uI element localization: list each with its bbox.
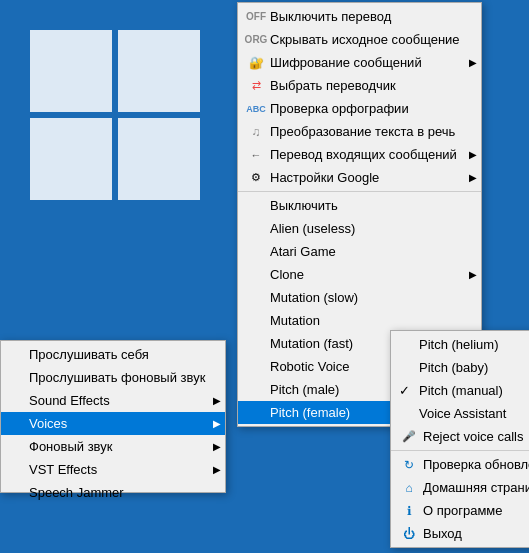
label-about: О программе: [423, 503, 503, 518]
abc-icon: ABC: [246, 104, 266, 114]
label-pitch-helium: Pitch (helium): [419, 337, 498, 352]
menu-item-voices[interactable]: Voices ▶: [1, 412, 225, 435]
arrow-voices: ▶: [213, 418, 221, 429]
label-google-settings: Настройки Google: [270, 170, 379, 185]
label-listen-self: Прослушивать себя: [29, 347, 149, 362]
win-tile-tr: [118, 30, 200, 112]
icon-reject-calls: 🎤: [399, 430, 419, 443]
menu-item-home-page[interactable]: ⌂ Домашняя страница: [391, 476, 529, 499]
icon-tts: ♫: [246, 125, 266, 139]
icon-google-settings: ⚙: [246, 171, 266, 184]
label-spellcheck: Проверка орфографии: [270, 101, 409, 116]
arrow-cipher: ▶: [469, 57, 477, 68]
menu-item-incoming-translate[interactable]: ← Перевод входящих сообщений ▶: [238, 143, 481, 166]
power-icon: ⏻: [403, 527, 415, 541]
menu-item-voice-assistant[interactable]: Voice Assistant: [391, 402, 529, 425]
arrow-vst-effects: ▶: [213, 464, 221, 475]
menu-item-cipher[interactable]: 🔐 Шифрование сообщений ▶: [238, 51, 481, 74]
label-listen-bg: Прослушивать фоновый звук: [29, 370, 205, 385]
icon-area-org: ORG: [246, 34, 266, 45]
icon-home-page: ⌂: [399, 481, 419, 495]
menu-item-spellcheck[interactable]: ABC Проверка орфографии: [238, 97, 481, 120]
menu-item-tts[interactable]: ♫ Преобразование текста в речь: [238, 120, 481, 143]
menu-item-pitch-manual[interactable]: ✓ Pitch (manual): [391, 379, 529, 402]
label-choose-translator: Выбрать переводчик: [270, 78, 396, 93]
translate-arrows-icon: ⇄: [252, 79, 261, 92]
home-icon: ⌂: [405, 481, 412, 495]
menu-item-choose-translator[interactable]: ⇄ Выбрать переводчик: [238, 74, 481, 97]
icon-about: ℹ: [399, 504, 419, 518]
menu-item-exit[interactable]: ⏻ Выход: [391, 522, 529, 545]
separator-1: [238, 191, 481, 192]
windows-logo: [30, 30, 200, 200]
label-turn-off: Выключить: [270, 198, 338, 213]
voices-submenu: Pitch (helium) Pitch (baby) ✓ Pitch (man…: [390, 330, 529, 548]
label-pitch-manual: Pitch (manual): [419, 383, 503, 398]
icon-cipher: 🔐: [246, 56, 266, 70]
menu-item-vst-effects[interactable]: VST Effects ▶: [1, 458, 225, 481]
icon-translate: ⇄: [246, 79, 266, 92]
label-hide-original: Скрывать исходное сообщение: [270, 32, 460, 47]
menu-item-about[interactable]: ℹ О программе: [391, 499, 529, 522]
separator-2: [391, 450, 529, 451]
menu-item-speech-jammer[interactable]: Speech Jammer: [1, 481, 225, 504]
menu-item-google-settings[interactable]: ⚙ Настройки Google ▶: [238, 166, 481, 189]
label-pitch-male: Pitch (male): [270, 382, 339, 397]
icon-check-updates: ↻: [399, 458, 419, 472]
label-sound-effects: Sound Effects: [29, 393, 110, 408]
menu-item-listen-bg[interactable]: Прослушивать фоновый звук: [1, 366, 225, 389]
label-cipher: Шифрование сообщений: [270, 55, 422, 70]
label-speech-jammer: Speech Jammer: [29, 485, 124, 500]
label-robotic: Robotic Voice: [270, 359, 350, 374]
label-reject-calls: Reject voice calls: [423, 429, 523, 444]
arrow-google-settings: ▶: [469, 172, 477, 183]
label-org: ORG: [245, 34, 268, 45]
menu-item-alien[interactable]: Alien (useless): [238, 217, 481, 240]
icon-exit: ⏻: [399, 527, 419, 541]
label-pitch-female: Pitch (female): [270, 405, 350, 420]
label-mutation: Mutation: [270, 313, 320, 328]
menu-item-listen-self[interactable]: Прослушивать себя: [1, 343, 225, 366]
label-exit: Выход: [423, 526, 462, 541]
menu-item-turn-off-translate[interactable]: OFF Выключить перевод: [238, 5, 481, 28]
label-check-updates: Проверка обновлений: [423, 457, 529, 472]
arrow-sound-effects: ▶: [213, 395, 221, 406]
mic-red-icon: 🎤: [402, 430, 416, 443]
label-voices: Voices: [29, 416, 67, 431]
label-background-sound: Фоновый звук: [29, 439, 112, 454]
win-tile-br: [118, 118, 200, 200]
arrow-incoming: ▶: [469, 149, 477, 160]
win-tile-bl: [30, 118, 112, 200]
menu-item-mutation[interactable]: Mutation: [238, 309, 481, 332]
refresh-icon: ↻: [404, 458, 414, 472]
left-sidebar-menu: Прослушивать себя Прослушивать фоновый з…: [0, 340, 226, 493]
label-atari: Atari Game: [270, 244, 336, 259]
menu-item-atari[interactable]: Atari Game: [238, 240, 481, 263]
check-pitch-manual: ✓: [399, 383, 415, 398]
icon-spellcheck: ABC: [246, 104, 266, 114]
label-home-page: Домашняя страница: [423, 480, 529, 495]
label-tts: Преобразование текста в речь: [270, 124, 455, 139]
menu-item-mutation-slow[interactable]: Mutation (slow): [238, 286, 481, 309]
label-voice-assistant: Voice Assistant: [419, 406, 506, 421]
menu-item-sound-effects[interactable]: Sound Effects ▶: [1, 389, 225, 412]
menu-item-pitch-helium[interactable]: Pitch (helium): [391, 333, 529, 356]
menu-item-background-sound[interactable]: Фоновый звук ▶: [1, 435, 225, 458]
menu-item-hide-original[interactable]: ORG Скрывать исходное сообщение: [238, 28, 481, 51]
label-pitch-baby: Pitch (baby): [419, 360, 488, 375]
menu-item-turn-off[interactable]: Выключить: [238, 194, 481, 217]
menu-item-pitch-baby[interactable]: Pitch (baby): [391, 356, 529, 379]
label-clone: Clone: [270, 267, 304, 282]
arrow-left-icon: ←: [251, 149, 262, 161]
label-mutation-fast: Mutation (fast): [270, 336, 353, 351]
menu-item-clone[interactable]: Clone ▶: [238, 263, 481, 286]
menu-item-check-updates[interactable]: ↻ Проверка обновлений: [391, 453, 529, 476]
info-icon: ℹ: [407, 504, 412, 518]
icon-incoming: ←: [246, 149, 266, 161]
label-incoming-translate: Перевод входящих сообщений: [270, 147, 457, 162]
label-alien: Alien (useless): [270, 221, 355, 236]
icon-area-off: OFF: [246, 11, 266, 22]
menu-item-reject-calls[interactable]: 🎤 Reject voice calls ▶: [391, 425, 529, 448]
label-off: OFF: [246, 11, 266, 22]
win-tile-tl: [30, 30, 112, 112]
